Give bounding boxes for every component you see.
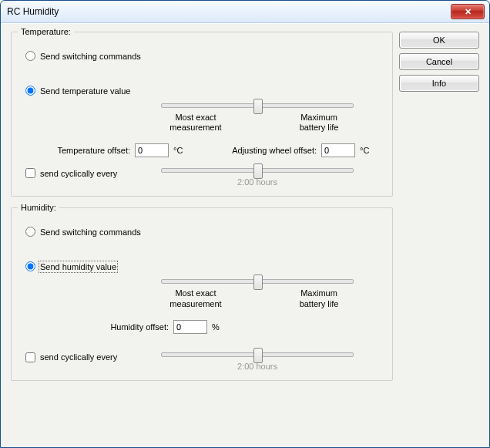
client-area: Temperature: Send switching commands Sen… <box>2 23 488 446</box>
radio-temp-switching[interactable] <box>25 51 35 61</box>
hum-offset-unit: % <box>212 322 226 332</box>
slider-thumb[interactable] <box>253 275 263 290</box>
slider-thumb[interactable] <box>253 99 263 114</box>
temp-cyclic-caption: 2:00 hours <box>161 177 354 187</box>
close-button[interactable]: ✕ <box>451 4 485 19</box>
hum-slider-left-label: Most exact measurement <box>161 288 230 308</box>
slider-thumb[interactable] <box>253 348 263 363</box>
hum-offset-input[interactable] <box>173 320 207 334</box>
temp-precision-slider-block: Most exact measurement Maximum battery l… <box>161 103 354 133</box>
close-icon: ✕ <box>465 7 472 17</box>
radio-temp-value-label: Send temperature value <box>40 86 130 96</box>
check-hum-cyclic[interactable] <box>25 352 35 362</box>
ok-button[interactable]: OK <box>399 32 479 49</box>
radio-hum-switching-label: Send switching commands <box>40 227 141 237</box>
titlebar: RC Humidity ✕ <box>1 1 489 23</box>
slider-thumb[interactable] <box>253 163 263 179</box>
temp-precision-slider[interactable] <box>161 103 354 108</box>
group-temperature: Temperature: Send switching commands Sen… <box>11 32 393 197</box>
check-temp-cyclic[interactable] <box>25 168 35 178</box>
group-humidity: Humidity: Send switching commands Send h… <box>11 207 393 380</box>
info-button[interactable]: Info <box>399 75 479 92</box>
hum-precision-slider[interactable] <box>161 279 354 284</box>
radio-temp-value[interactable] <box>25 86 35 96</box>
check-temp-cyclic-label: send cyclically every <box>40 169 117 178</box>
wheel-offset-label: Adjusting wheel offset: <box>216 146 317 155</box>
temp-offset-input[interactable] <box>135 143 169 157</box>
temp-offset-unit: °C <box>173 146 187 155</box>
hum-cyclic-slider[interactable] <box>161 352 354 357</box>
dialog-window: RC Humidity ✕ Temperature: Send switchin… <box>0 0 490 448</box>
temp-slider-right-label: Maximum battery life <box>284 113 354 133</box>
cancel-button[interactable]: Cancel <box>399 53 479 70</box>
hum-slider-right-label: Maximum battery life <box>284 288 354 308</box>
wheel-offset-unit: °C <box>360 146 374 155</box>
radio-hum-value-label: Send humidity value <box>40 262 116 271</box>
temp-offset-label: Temperature offset: <box>45 146 130 155</box>
hum-precision-slider-block: Most exact measurement Maximum battery l… <box>161 279 354 308</box>
radio-hum-value[interactable] <box>25 261 35 271</box>
check-hum-cyclic-label: send cyclically every <box>40 352 117 362</box>
group-temperature-legend: Temperature: <box>18 27 74 36</box>
hum-offset-label: Humidity offset: <box>84 322 169 332</box>
wheel-offset-input[interactable] <box>321 143 355 157</box>
temp-cyclic-slider[interactable] <box>161 168 354 173</box>
radio-temp-switching-label: Send switching commands <box>40 52 141 61</box>
radio-hum-switching[interactable] <box>25 227 35 237</box>
window-title: RC Humidity <box>7 6 59 17</box>
temp-slider-left-label: Most exact measurement <box>161 113 230 133</box>
group-humidity-legend: Humidity: <box>18 203 59 212</box>
